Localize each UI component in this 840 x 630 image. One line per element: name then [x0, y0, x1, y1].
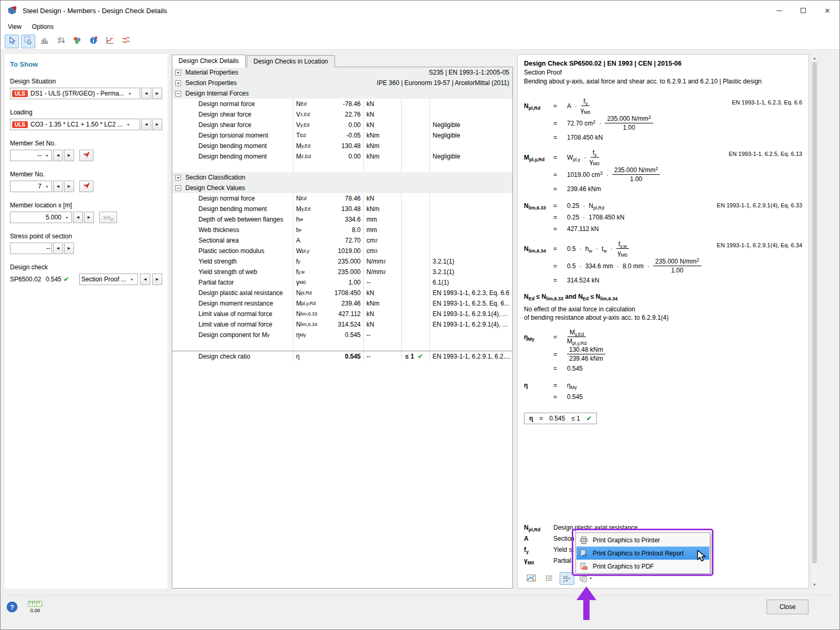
section-label: Design Internal Forces [185, 90, 249, 97]
table-row[interactable]: Yield strength of webfy,w235.000N/mm23.2… [172, 267, 512, 277]
table-row[interactable]: Limit value of normal forceNlim,6.33427.… [172, 309, 512, 319]
member-no-prev-button[interactable]: ◀ [53, 181, 63, 192]
table-row[interactable]: Sectional areaA72.70cm2 [172, 235, 512, 246]
design-check-select[interactable]: Section Proof ... ▼ [79, 274, 138, 285]
box-select-button[interactable] [21, 35, 35, 48]
collapse-icon[interactable]: − [175, 185, 181, 191]
table-row[interactable]: Design bending momentMy,Ed130.48kNm [172, 204, 512, 214]
cell-note: EN 1993-1-1, 6.2.9.1, 6.2.... [429, 351, 512, 361]
tab-design-checks-in-location[interactable]: Design Checks in Location [247, 55, 335, 67]
cell-desc: Design bending moment [172, 151, 293, 162]
result-value: 0.545 [549, 415, 565, 422]
table-row[interactable]: Design normal forceNEd78.46kN [172, 193, 512, 204]
equals-sign: = [553, 382, 567, 389]
close-button[interactable]: Close [766, 600, 808, 614]
table-row[interactable]: Plastic section modulusWpl,y1019.00cm3 [172, 246, 512, 256]
graphic-button[interactable] [524, 572, 539, 585]
design-check-next-button[interactable]: ▶ [152, 274, 162, 285]
member-no-select[interactable]: 7 ▼ [10, 181, 52, 192]
member-set-next-button[interactable]: ▶ [64, 150, 74, 161]
section-summary: IPE 360 | Euronorm 19-57 | ArcelorMittal… [377, 79, 509, 87]
table-row[interactable]: Design normal forceNEd-78.46kN [172, 99, 512, 109]
table-row[interactable]: Design torsional momentTEd-0.05kNmNeglig… [172, 130, 512, 141]
cell-desc [172, 340, 293, 351]
table-section-row[interactable]: −Design Check Values [172, 183, 512, 193]
table-row[interactable]: Design bending momentMy,Ed130.48kNm [172, 141, 512, 151]
member-set-select[interactable]: -- ▼ [10, 150, 52, 161]
design-ratio-row[interactable]: Design check ratioη0.545--≤ 1✔EN 1993-1-… [172, 351, 512, 361]
minimize-button[interactable] [767, 1, 791, 20]
diagram-button[interactable] [102, 35, 117, 48]
table-row[interactable]: Partial factorγM01.00--6.1(1) [172, 277, 512, 288]
table-row[interactable]: Design component for MyηMy0.545-- [172, 330, 512, 340]
window-title: Steel Design - Members - Design Check De… [23, 7, 167, 15]
table-row[interactable]: Depth of web between flangeshw334.6mm [172, 214, 512, 225]
table-row[interactable]: Design bending momentMz,Ed0.00kNmNegligi… [172, 151, 512, 162]
maximize-button[interactable] [791, 1, 815, 20]
collapse-icon[interactable]: − [175, 91, 181, 97]
table-row[interactable]: Design shear forceVz,Ed22.76kN [172, 109, 512, 120]
info-button[interactable] [86, 35, 100, 48]
table-section-row[interactable]: +Section PropertiesIPE 360 | Euronorm 19… [172, 78, 512, 88]
reference-toggle-button[interactable]: x-zy-4 [560, 572, 574, 585]
cell-sym: My,Ed [293, 204, 326, 214]
x-x0-toggle-button[interactable]: x/x0 [99, 212, 117, 223]
svg-text:?: ? [10, 603, 14, 611]
cell-limit [401, 130, 429, 141]
member-location-prev-button[interactable]: ◀ [73, 212, 83, 223]
formula-term: Npl,Rd [589, 202, 604, 209]
scroll-up-button[interactable]: ▲ [812, 55, 817, 61]
spheres-button[interactable] [70, 35, 84, 48]
design-situation-next-button[interactable]: ▶ [152, 88, 162, 99]
loading-next-button[interactable]: ▶ [152, 119, 162, 130]
pick-member-button[interactable] [79, 181, 93, 192]
context-menu-item[interactable]: Print Graphics to Printout Report [576, 547, 709, 560]
select-button[interactable] [5, 35, 19, 48]
table-row[interactable]: Limit value of normal forceNlim,6.34314.… [172, 319, 512, 330]
menu-options[interactable]: Options [27, 22, 59, 32]
design-situation-prev-button[interactable]: ◀ [141, 88, 151, 99]
stress-point-select[interactable]: -- [10, 243, 52, 254]
member-set-prev-button[interactable]: ◀ [53, 150, 63, 161]
dropdown-arrow-icon[interactable]: ▼ [589, 577, 592, 580]
table-row[interactable]: Design shear forceVy,Ed0.00kNNegligible [172, 120, 512, 130]
help-button[interactable]: ? [6, 601, 18, 613]
loading-prev-button[interactable]: ◀ [141, 119, 151, 130]
cell-note: 3.2.1(1) [429, 267, 512, 277]
table-section-row[interactable]: +Material PropertiesS235 | EN 1993-1-1:2… [172, 67, 512, 78]
scrollbar-thumb[interactable] [812, 62, 817, 563]
table-section-row[interactable]: +Section Classification [172, 172, 512, 183]
menu-view[interactable]: View [3, 22, 27, 32]
table-row[interactable]: Yield strengthfy235.000N/mm23.2.1(1) [172, 256, 512, 267]
close-window-button[interactable]: ✕ [815, 1, 839, 20]
expand-icon[interactable]: + [175, 70, 181, 76]
expand-icon[interactable]: + [175, 80, 181, 86]
stress-point-next-button[interactable]: ▶ [64, 243, 74, 254]
pick-member-set-button[interactable] [79, 150, 93, 161]
result-bars-button[interactable] [37, 35, 51, 48]
expand-icon[interactable]: + [175, 175, 181, 181]
table-row[interactable]: Design moment resistanceMpl,y,Rd239.46kN… [172, 298, 512, 309]
formula-term: 427.112 kN [567, 225, 599, 233]
member-location-select[interactable]: 5.000 ▼ [10, 212, 72, 223]
member-no-next-button[interactable]: ▶ [64, 181, 74, 192]
measure-button[interactable]: 0,00 [28, 600, 43, 614]
legend-button[interactable] [542, 572, 556, 585]
levels-button[interactable] [54, 35, 68, 48]
design-situation-select[interactable]: ULS DS1 - ULS (STR/GEO) - Perma... ▼ [10, 88, 140, 99]
copy-button[interactable]: ▼ [578, 572, 594, 585]
cell-val: 0.545 [326, 351, 363, 361]
curves-button[interactable] [119, 35, 133, 48]
loading-select[interactable]: ULS CO3 - 1.35 * LC1 + 1.50 * LC2 ... ▼ [10, 119, 140, 130]
vertical-scrollbar[interactable]: ▲ ▼ [811, 54, 818, 589]
context-menu-item[interactable]: Print Graphics to Printer [576, 533, 709, 547]
table-row[interactable]: Design plastic axial resistanceNpl,Rd170… [172, 288, 512, 298]
member-location-next-button[interactable]: ▶ [84, 212, 94, 223]
design-check-prev-button[interactable]: ◀ [140, 274, 150, 285]
table-section-row[interactable]: −Design Internal Forces [172, 88, 512, 99]
context-menu-item[interactable]: PDFPrint Graphics to PDF [576, 560, 709, 573]
tab-design-check-details[interactable]: Design Check Details [172, 55, 246, 68]
scroll-down-button[interactable]: ▼ [812, 581, 817, 588]
table-row[interactable]: Web thicknesstw8.0mm [172, 225, 512, 235]
stress-point-prev-button[interactable]: ◀ [53, 243, 63, 254]
